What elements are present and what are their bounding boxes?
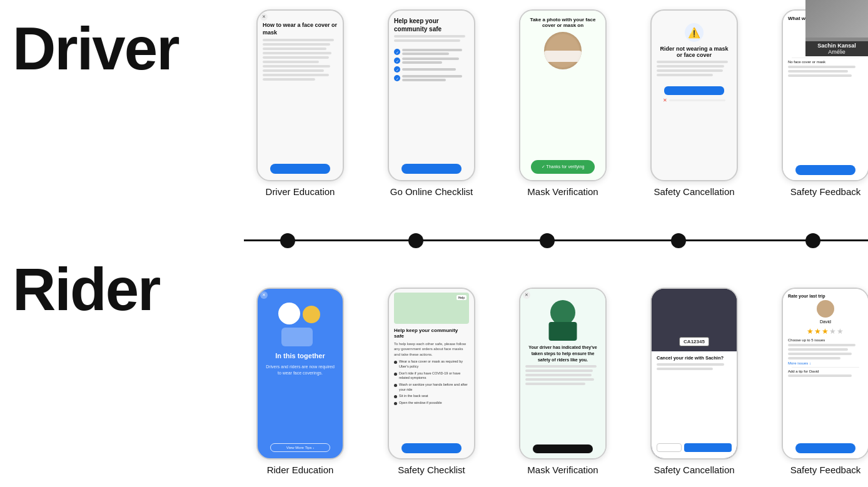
driver-edu-label: Driver Education	[266, 186, 335, 197]
text-line	[657, 65, 724, 68]
rider-edu-screen: ✕ In this together Drivers and riders ar…	[258, 289, 343, 458]
rider-cancel-screen: CA12345 Cancel your ride with Sachin?	[652, 289, 737, 458]
timeline-dot-1	[280, 233, 295, 248]
driver-edu-screen: ✕ How to wear a face cover or mask	[258, 11, 343, 180]
checklist-text: Wear a face cover or mask as required by…	[399, 359, 469, 369]
text-line	[263, 78, 315, 81]
view-tips-btn[interactable]: View More Tips ›	[270, 443, 330, 452]
text-line	[657, 363, 724, 366]
safety-checklist-text: To help keep each other safe, please fol…	[394, 341, 469, 357]
safety-cancel-item: ⚠️ Rider not wearing a mask or face cove…	[632, 9, 757, 197]
mask-verify-item: Take a photo with your face cover or mas…	[500, 9, 625, 197]
text-line	[263, 43, 330, 46]
timeline-dot-2	[408, 233, 423, 248]
cancel-title: Cancel your ride with Sachin?	[657, 355, 732, 361]
rider-edu-title: In this together	[264, 351, 336, 360]
ready-to-ride-btn[interactable]	[401, 443, 462, 453]
video-preview	[805, 0, 868, 38]
rider-feedback-label: Safety Feedback	[790, 464, 861, 475]
text-line	[788, 74, 852, 77]
stars-icon: ★★★	[807, 327, 829, 336]
checklist-item: Open the window if possible	[394, 401, 469, 406]
rider-edu-illustration	[275, 303, 325, 346]
text-line	[788, 348, 848, 351]
go-online-item: Help keep your community safe ✓ ✓ ✓	[369, 9, 494, 197]
rider-section-label: Rider	[13, 259, 159, 319]
rider-cancel-phone: CA12345 Cancel your ride with Sachin?	[650, 288, 738, 459]
check-row: ✓	[394, 58, 469, 64]
yes-cancel-btn[interactable]	[684, 443, 732, 452]
license-plate: CA12345	[679, 337, 709, 346]
rate-title: Rate your last trip	[788, 294, 863, 298]
go-online-screen: Help keep your community safe ✓ ✓ ✓	[389, 11, 474, 180]
rider-feedback-screen: Rate your last trip David ★★★★★ Choose u…	[783, 289, 868, 458]
timeline-line	[244, 239, 868, 241]
safety-feedback-label: Safety Feedback	[790, 186, 861, 197]
divider	[792, 367, 859, 368]
tip-label: Add a tip for David	[788, 369, 863, 373]
driver-edu-title: How to wear a face cover or mask	[263, 22, 338, 36]
text-line	[263, 65, 330, 68]
text-line	[263, 48, 326, 50]
video-subtitle: Amélie	[808, 49, 865, 55]
check-icon: ✓	[394, 49, 400, 55]
driver-name: David	[788, 319, 863, 324]
view-tips-text: View More Tips ›	[286, 446, 315, 449]
rider-edu-subtitle: Drivers and riders are now required to w…	[264, 364, 336, 376]
close-icon: ✕	[260, 13, 268, 21]
text-line	[788, 66, 855, 68]
video-thumbnail: Sachin Kansal Amélie	[805, 0, 868, 56]
more-issues[interactable]: More issues ↓	[788, 361, 863, 365]
alert-icon: ⚠️	[685, 23, 704, 42]
map-header: Help	[394, 293, 469, 324]
rate-rider-btn[interactable]	[795, 165, 855, 175]
continue-trip-btn[interactable]	[664, 86, 724, 95]
safety-cancel-screen: ⚠️ Rider not wearing a mask or face cove…	[652, 11, 737, 180]
text-line	[788, 344, 855, 346]
safety-cancel-phone: ⚠️ Rider not wearing a mask or face cove…	[650, 9, 738, 181]
text-line	[788, 70, 848, 73]
text-line	[525, 365, 597, 368]
driver-section-label: Driver	[13, 19, 179, 79]
video-person-name: Sachin Kansal	[808, 43, 865, 49]
submit-btn[interactable]	[795, 443, 855, 453]
check-row: ✓	[394, 49, 469, 55]
bullet-icon	[394, 373, 397, 376]
text-line	[657, 368, 713, 370]
bullet-icon	[394, 361, 397, 364]
close-icon: ✕	[523, 291, 530, 299]
watch-now-btn[interactable]	[270, 164, 330, 174]
close-btn[interactable]	[533, 444, 593, 453]
rider-feedback-phone: Rate your last trip David ★★★★★ Choose u…	[782, 288, 868, 459]
star-rating: ★★★★★	[788, 325, 863, 336]
divider	[792, 58, 859, 58]
safety-cancel-title: Rider not wearing a mask or face cover	[657, 46, 732, 58]
checklist-text: Open the window if possible	[399, 401, 442, 406]
text-line	[525, 383, 585, 385]
rider-edu-item: ✕ In this together Drivers and riders ar…	[238, 288, 363, 475]
thanks-btn[interactable]: ✓ Thanks for verifying	[531, 160, 595, 174]
bullet-icon	[394, 395, 397, 398]
thanks-text: ✓ Thanks for verifying	[542, 164, 585, 169]
rider-mask-verify-phone: ✕ Your driver has indicated they've take…	[519, 288, 607, 459]
rider-edu-phone: ✕ In this together Drivers and riders ar…	[256, 288, 344, 459]
text-line	[263, 69, 324, 72]
driver-edu-phone: ✕ How to wear a face cover or mask	[256, 9, 344, 181]
rider-cancel-item: CA12345 Cancel your ride with Sachin? Sa…	[632, 288, 757, 475]
rider-mask-illustration	[543, 300, 583, 341]
choose-issues-label: Choose up to 5 issues	[788, 338, 863, 342]
issue-label: No face cover or mask	[788, 60, 863, 64]
text-line	[525, 378, 594, 381]
video-name-overlay: Sachin Kansal Amélie	[805, 41, 868, 56]
text-line	[525, 369, 593, 372]
rider-checklist-phone: Help Help keep your community safe To he…	[388, 288, 475, 459]
safety-checklist-title: Help keep your community safe	[394, 328, 469, 339]
text-line	[394, 35, 465, 38]
rider-cancel-label: Safety Cancellation	[654, 464, 734, 475]
check-icon: ✓	[394, 58, 400, 64]
mask-verify-title: Take a photo with your face cover or mas…	[525, 17, 600, 28]
checklist-item: Don't ride if you have COVID-19 or have …	[394, 371, 469, 381]
ready-to-drive-btn[interactable]	[401, 164, 462, 174]
no-btn[interactable]	[657, 443, 682, 452]
go-online-title: Help keep your community safe	[394, 17, 469, 33]
